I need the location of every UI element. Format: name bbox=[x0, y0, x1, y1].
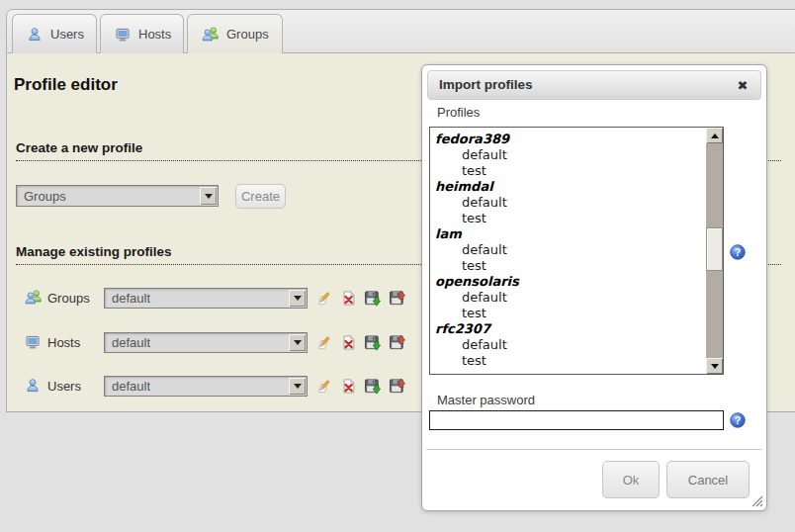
dialog-close-button[interactable]: ✖ bbox=[731, 72, 754, 98]
ok-button[interactable]: Ok bbox=[602, 461, 660, 498]
profile-group-header: lam bbox=[435, 226, 706, 242]
delete-profile-button[interactable] bbox=[340, 378, 357, 395]
export-profile-button[interactable] bbox=[364, 334, 381, 351]
profile-list-item[interactable]: test bbox=[435, 258, 706, 274]
row-label-users: Users bbox=[47, 376, 81, 398]
scrollbar-thumb[interactable] bbox=[706, 227, 723, 271]
profile-list-item[interactable]: test bbox=[435, 163, 706, 179]
user-icon bbox=[27, 27, 43, 43]
edit-icon bbox=[315, 290, 332, 307]
edit-icon bbox=[315, 378, 332, 395]
dropdown-arrow-icon bbox=[289, 290, 306, 307]
resize-handle-icon[interactable] bbox=[751, 495, 763, 507]
profile-group-header: fedora389 bbox=[435, 132, 706, 147]
users-profile-select[interactable]: default bbox=[104, 376, 308, 397]
profile-group-header: heimdal bbox=[435, 179, 706, 195]
close-icon: ✖ bbox=[738, 78, 749, 93]
scroll-up-icon[interactable] bbox=[706, 128, 723, 143]
hosts-profile-select[interactable]: default bbox=[104, 332, 308, 353]
master-password-label: Master password bbox=[437, 393, 535, 407]
help-icon: ? bbox=[730, 412, 746, 428]
help-icon: ? bbox=[730, 244, 746, 260]
delete-profile-button[interactable] bbox=[340, 334, 357, 351]
tab-users-label: Users bbox=[50, 27, 84, 42]
tab-hosts[interactable]: Hosts bbox=[100, 14, 184, 53]
profile-list-item[interactable]: default bbox=[435, 242, 706, 258]
delete-profile-button[interactable] bbox=[340, 290, 357, 307]
profile-type-select-value: Groups bbox=[24, 186, 198, 206]
edit-profile-button[interactable] bbox=[315, 334, 332, 351]
profile-type-select[interactable]: Groups bbox=[16, 185, 219, 207]
scroll-down-icon[interactable] bbox=[706, 358, 723, 374]
export-profile-button[interactable] bbox=[364, 378, 381, 395]
import-icon bbox=[389, 334, 405, 351]
row-label-hosts: Hosts bbox=[47, 332, 80, 354]
edit-profile-button[interactable] bbox=[315, 290, 332, 307]
export-icon bbox=[364, 378, 381, 395]
tab-groups[interactable]: Groups bbox=[187, 14, 283, 53]
delete-icon bbox=[340, 378, 357, 395]
profile-row-users: Users default bbox=[0, 376, 425, 398]
import-profile-button[interactable] bbox=[389, 334, 405, 351]
profiles-list: fedora389defaulttestheimdaldefaulttestla… bbox=[430, 128, 706, 374]
page-title: Profile editor bbox=[14, 75, 118, 95]
tab-bar: Users Hosts bbox=[6, 9, 795, 53]
master-password-help-button[interactable]: ? bbox=[730, 412, 746, 428]
delete-icon bbox=[340, 334, 357, 351]
edit-icon bbox=[315, 334, 332, 351]
row-label-groups: Groups bbox=[47, 288, 90, 310]
export-icon bbox=[364, 334, 381, 351]
profile-list-item[interactable]: test bbox=[435, 353, 706, 369]
import-profiles-dialog: Import profiles ✖ Profiles fedora389defa… bbox=[421, 64, 767, 511]
host-icon bbox=[25, 334, 41, 350]
group-icon bbox=[25, 290, 42, 306]
profile-group-header: rfc2307 bbox=[435, 321, 706, 337]
dialog-titlebar[interactable]: Import profiles ✖ bbox=[427, 70, 761, 100]
group-icon bbox=[202, 27, 219, 43]
profile-group-header: opensolaris bbox=[435, 274, 706, 290]
profile-list-item[interactable]: default bbox=[435, 337, 706, 353]
tab-users[interactable]: Users bbox=[12, 14, 97, 53]
user-icon bbox=[25, 378, 41, 394]
profile-list-item[interactable]: default bbox=[435, 195, 706, 211]
import-icon bbox=[389, 378, 405, 395]
profile-list-item[interactable]: default bbox=[435, 147, 706, 163]
profiles-help-button[interactable]: ? bbox=[730, 244, 746, 260]
profiles-label: Profiles bbox=[437, 105, 480, 120]
import-icon bbox=[389, 290, 405, 307]
dialog-title: Import profiles bbox=[439, 71, 533, 99]
import-profile-button[interactable] bbox=[389, 290, 405, 307]
profile-row-groups: Groups default bbox=[0, 288, 425, 310]
create-button[interactable]: Create bbox=[235, 184, 286, 209]
page-background: Users Hosts bbox=[0, 0, 795, 532]
delete-icon bbox=[340, 290, 357, 307]
profile-list-item[interactable]: test bbox=[435, 211, 706, 226]
export-icon bbox=[364, 290, 381, 307]
groups-profile-select[interactable]: default bbox=[104, 288, 308, 309]
profile-list-item[interactable]: default bbox=[435, 290, 706, 306]
dropdown-arrow-icon bbox=[289, 334, 306, 351]
tab-groups-label: Groups bbox=[226, 27, 269, 42]
profile-row-hosts: Hosts default bbox=[0, 332, 425, 354]
export-profile-button[interactable] bbox=[364, 290, 381, 307]
profiles-listbox[interactable]: fedora389defaulttestheimdaldefaulttestla… bbox=[429, 127, 724, 375]
buttonpane-divider bbox=[426, 449, 762, 450]
svg-text:?: ? bbox=[735, 414, 741, 426]
master-password-input[interactable] bbox=[429, 410, 724, 430]
profile-list-item[interactable]: test bbox=[435, 306, 706, 321]
svg-text:?: ? bbox=[735, 246, 741, 258]
tab-hosts-label: Hosts bbox=[138, 27, 171, 42]
cancel-button[interactable]: Cancel bbox=[666, 461, 750, 498]
dropdown-arrow-icon bbox=[200, 187, 217, 205]
edit-profile-button[interactable] bbox=[315, 378, 332, 395]
host-icon bbox=[115, 27, 131, 43]
dropdown-arrow-icon bbox=[289, 378, 306, 395]
listbox-scrollbar[interactable] bbox=[706, 128, 723, 374]
import-profile-button[interactable] bbox=[389, 378, 405, 395]
